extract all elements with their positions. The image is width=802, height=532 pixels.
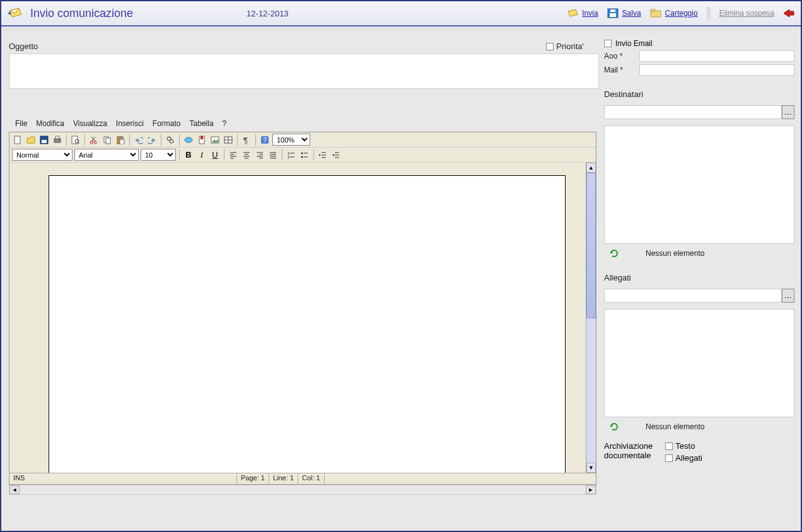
checkbox-icon — [604, 40, 612, 47]
cut-icon[interactable] — [88, 134, 100, 146]
align-justify-icon[interactable] — [267, 149, 279, 161]
svg-line-18 — [78, 142, 79, 144]
titlebar: Invio comunicazione 12-12-2013 Invia Sal… — [1, 1, 801, 26]
new-doc-icon[interactable] — [12, 134, 23, 146]
allegati-lookup-button[interactable]: … — [782, 289, 794, 303]
destinatari-lookup-input[interactable] — [604, 105, 782, 119]
send-button[interactable]: Invia — [567, 8, 598, 18]
menu-file[interactable]: File — [11, 118, 31, 129]
svg-rect-14 — [54, 139, 61, 142]
invio-email-label: Invio Email — [615, 39, 653, 48]
save-icon[interactable] — [38, 134, 50, 146]
help-icon[interactable]: ? — [259, 134, 270, 146]
zoom-combo[interactable]: 100% — [272, 134, 310, 146]
menu-modifica[interactable]: Modifica — [32, 118, 68, 129]
archive-label1: Archiviazione — [604, 441, 653, 451]
align-left-icon[interactable] — [228, 149, 239, 161]
scroll-thumb[interactable] — [586, 173, 596, 318]
paste-icon[interactable] — [115, 134, 126, 146]
send-icon — [567, 8, 578, 18]
svg-marker-2 — [568, 9, 578, 16]
destinatari-list[interactable] — [604, 125, 794, 244]
bookmark-icon[interactable] — [196, 134, 207, 146]
subject-label: Oggetto — [9, 42, 38, 51]
image-icon[interactable] — [209, 134, 221, 146]
preview-icon[interactable] — [70, 134, 81, 146]
indent-icon[interactable] — [330, 149, 342, 161]
toolbar-format: Normal Arial 10 B I U 12 — [9, 147, 596, 163]
italic-icon[interactable]: I — [196, 149, 207, 161]
redo-icon[interactable] — [146, 134, 158, 146]
copy-icon[interactable] — [102, 134, 113, 146]
svg-point-62 — [301, 152, 303, 154]
svg-rect-15 — [55, 136, 59, 139]
menu-inserisci[interactable]: Inserisci — [112, 118, 148, 129]
aoo-input[interactable] — [639, 50, 794, 62]
scroll-down-icon[interactable]: ▼ — [586, 463, 596, 473]
refresh-icon[interactable] — [609, 422, 620, 431]
style-combo[interactable]: Normal — [12, 149, 73, 161]
svg-rect-4 — [610, 13, 616, 17]
elimina-button[interactable]: Elimina sospesa — [719, 9, 774, 18]
svg-rect-24 — [106, 138, 110, 144]
save-button[interactable]: Salva — [607, 8, 641, 18]
outdent-icon[interactable] — [317, 149, 328, 161]
destinatari-lookup-button[interactable]: … — [782, 105, 794, 119]
menu-formato[interactable]: Formato — [149, 118, 185, 129]
refresh-icon[interactable] — [609, 249, 620, 258]
align-center-icon[interactable] — [241, 149, 252, 161]
status-ins: INS — [9, 473, 236, 484]
horizontal-scrollbar[interactable]: ◄ ► — [9, 485, 596, 495]
subject-input[interactable] — [9, 54, 599, 89]
svg-marker-8 — [784, 9, 794, 17]
svg-text:2: 2 — [288, 155, 290, 159]
back-arrow-icon[interactable] — [783, 9, 794, 18]
invio-email-checkbox[interactable]: Invio Email — [604, 39, 794, 48]
priorita-checkbox[interactable]: Priorita' — [546, 42, 584, 51]
separator — [707, 7, 711, 20]
link-icon[interactable] — [183, 134, 194, 146]
menu-help[interactable]: ? — [219, 118, 231, 129]
scroll-up-icon[interactable]: ▲ — [586, 163, 596, 173]
vertical-scrollbar[interactable]: ▲ ▼ — [586, 163, 596, 473]
svg-point-63 — [301, 156, 303, 158]
allegati-list[interactable] — [604, 309, 794, 417]
list-bullet-icon[interactable] — [299, 149, 310, 161]
checkbox-icon — [665, 454, 673, 462]
mail-icon — [8, 7, 24, 20]
status-line: Line: 1 — [269, 473, 298, 484]
svg-rect-26 — [119, 136, 122, 138]
editor-frame: ¶ ? 100% Normal Arial 10 B I U 12 — [9, 132, 596, 485]
open-icon[interactable] — [25, 134, 37, 146]
size-combo[interactable]: 10 — [141, 149, 176, 161]
scroll-left-icon[interactable]: ◄ — [9, 485, 20, 494]
carteggio-button[interactable]: Carteggio — [650, 8, 698, 18]
list-numbered-icon[interactable]: 12 — [286, 149, 297, 161]
priorita-label: Priorita' — [556, 42, 584, 51]
table-icon[interactable] — [223, 134, 234, 146]
editor-page[interactable] — [49, 175, 566, 473]
font-combo[interactable]: Arial — [74, 149, 139, 161]
status-page: Page: 1 — [236, 473, 269, 484]
archive-allegati-checkbox[interactable]: Allegati — [665, 453, 702, 463]
menu-visualizza[interactable]: Visualizza — [69, 118, 111, 129]
folder-icon — [650, 8, 661, 18]
carteggio-label: Carteggio — [665, 9, 698, 18]
subbar — [1, 26, 801, 37]
align-right-icon[interactable] — [254, 149, 265, 161]
allegati-label: Allegati — [604, 273, 794, 282]
archive-testo-checkbox[interactable]: Testo — [665, 441, 702, 451]
find-icon[interactable] — [165, 134, 176, 146]
print-icon[interactable] — [52, 134, 63, 146]
menu-tabella[interactable]: Tabella — [186, 118, 218, 129]
allegati-lookup-input[interactable] — [604, 289, 782, 303]
scroll-right-icon[interactable]: ► — [586, 485, 596, 494]
svg-point-29 — [170, 139, 173, 143]
mail-input[interactable] — [639, 64, 794, 76]
status-bar: INS Page: 1 Line: 1 Col: 1 — [9, 473, 596, 484]
left-pane: Oggetto Priorita' File Modifica Visualiz… — [1, 37, 599, 531]
bold-icon[interactable]: B — [183, 149, 194, 161]
undo-icon[interactable] — [133, 134, 144, 146]
pilcrow-icon[interactable]: ¶ — [241, 134, 252, 146]
underline-icon[interactable]: U — [209, 149, 221, 161]
